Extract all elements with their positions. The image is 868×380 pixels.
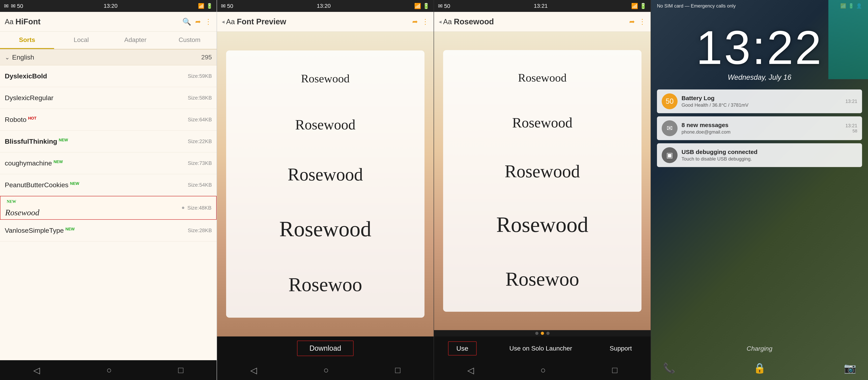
font-size: Size:22KB [188, 138, 212, 144]
phone-icon-lock[interactable]: 📞 [663, 362, 675, 374]
notif-right-messages: 13:21 58 [845, 123, 857, 134]
preview-area-2: Rosewood Rosewood Rosewood Rosewood Rose… [217, 32, 434, 337]
preview-text-1: Rosewood [301, 72, 349, 85]
notif-sub-messages: phone.doe@gmail.com [682, 129, 841, 135]
support-button[interactable]: Support [605, 342, 637, 355]
status-time-1: 13:20 [104, 3, 118, 9]
preview-text-4: Rosewood [279, 216, 371, 242]
mail-icon-notif: ✉ [666, 124, 673, 132]
back-icon-2[interactable]: ◁ [250, 365, 257, 375]
notif-title-usb: USB debugging connected [682, 149, 857, 156]
panel-lockscreen: No SIM card — Emergency calls only 📶 🔋 👤… [651, 0, 868, 380]
home-icon-3[interactable]: ○ [540, 365, 546, 375]
panel-rosewood: ✉ 50 13:21 📶 🔋 ◂ Aa Rosewood ➦ ⋮ Rosewoo… [434, 0, 651, 380]
preview-text-3-3: Rosewood [505, 161, 580, 182]
back-chevron-icon-3[interactable]: ◂ [439, 19, 441, 25]
share-icon-2[interactable]: ➦ [412, 18, 418, 26]
font-item-peanutbuttercookies[interactable]: PeanutButterCookiesNEW Size:54KB [0, 174, 217, 196]
notif-sub-usb: Touch to disable USB debugging. [682, 156, 857, 162]
status-right-3: 📶 🔋 [631, 3, 647, 9]
tab-local[interactable]: Local [54, 32, 108, 49]
notif-icon-messages: ✉ [662, 120, 678, 136]
status-time-2: 13:20 [317, 3, 331, 9]
font-size: Size:28KB [188, 228, 212, 234]
notif-sub-battery: Good Health / 36.8°C / 3781mV [682, 102, 841, 108]
notif-content-messages: 8 new messages phone.doe@gmail.com [682, 122, 841, 135]
dot-0 [535, 332, 538, 335]
tab-adapter[interactable]: Adapter [108, 32, 162, 49]
font-item-blissfulthinking[interactable]: BlissfulThinkingNEW Size:22KB [0, 131, 217, 152]
tab-custom[interactable]: Custom [162, 32, 217, 49]
status-right-1: 📶 🔋 [198, 3, 213, 9]
font-name-rosewood: NEW Rosewood [5, 198, 182, 217]
preview-text-3-1: Rosewood [518, 71, 566, 85]
tab-bar-1: Sorts Local Adapter Custom [0, 32, 217, 49]
bottom-bar-3: Use Use on Solo Launcher Support [434, 337, 651, 360]
search-icon[interactable]: 🔍 [182, 18, 191, 26]
preview-card-3: Rosewood Rosewood Rosewood Rosewood Rose… [443, 50, 641, 312]
preview-text-5: Rosewoo [288, 273, 362, 297]
app-bar-1: Aa HiFont 🔍 ➦ ⋮ [0, 12, 217, 32]
status-right-2: 📶 🔋 [414, 3, 430, 9]
font-item-roboto[interactable]: RobotoHOT Size:64KB [0, 109, 217, 131]
preview-text-2: Rosewood [295, 116, 355, 133]
font-list: DyslexicBold Size:59KB DyslexicRegular S… [0, 65, 217, 360]
download-button[interactable]: Download [297, 341, 353, 356]
notif-usb[interactable]: ▣ USB debugging connected Touch to disab… [657, 143, 862, 167]
status-number-1: ✉ 50 [11, 3, 23, 9]
charging-text: Charging [651, 343, 868, 356]
font-item-vanlosesimpletype[interactable]: VanloseSimpleTypeNEW Size:28KB [0, 220, 217, 241]
app-title-2: Font Preview [237, 17, 412, 26]
dots-indicator [434, 330, 651, 337]
tab-sorts[interactable]: Sorts [0, 32, 54, 49]
panel-hifont: ✉ ✉ 50 13:20 📶 🔋 Aa HiFont 🔍 ➦ ⋮ Sorts L… [0, 0, 217, 380]
nav-bar-3: ◁ ○ □ [434, 360, 651, 380]
lock-icon[interactable]: 🔒 [753, 362, 766, 374]
preview-area-3: Rosewood Rosewood Rosewood Rosewood Rose… [434, 32, 651, 330]
teal-accent [828, 0, 868, 79]
app-bar-3: ◂ Aa Rosewood ➦ ⋮ [434, 12, 651, 32]
recents-icon[interactable]: □ [178, 365, 184, 375]
share-icon-3[interactable]: ➦ [629, 18, 635, 26]
font-size: Size:58KB [188, 95, 212, 101]
wifi-icon: 📶 [198, 3, 204, 9]
recents-icon-2[interactable]: □ [395, 365, 401, 375]
camera-icon-lock[interactable]: 📷 [844, 362, 856, 374]
share-icon[interactable]: ➦ [195, 18, 201, 26]
more-icon-2[interactable]: ⋮ [422, 18, 429, 26]
recents-icon-3[interactable]: □ [612, 365, 618, 375]
preview-card-2: Rosewood Rosewood Rosewood Rosewood Rose… [226, 50, 424, 318]
font-item-coughymachine[interactable]: coughymachineNEW Size:73KB [0, 152, 217, 174]
font-name: DyslexicBold [5, 72, 188, 80]
use-solo-button[interactable]: Use on Solo Launcher [504, 342, 577, 355]
font-item-dyslexicbold[interactable]: DyslexicBold Size:59KB [0, 65, 217, 87]
app-title-1: HiFont [16, 17, 182, 26]
font-name: PeanutButterCookiesNEW [5, 181, 188, 189]
back-chevron-icon[interactable]: ◂ [222, 19, 224, 25]
nav-bar-2: ◁ ○ □ [217, 360, 434, 380]
notif-battery[interactable]: 50 Battery Log Good Health / 36.8°C / 37… [657, 90, 862, 113]
lock-status-text: No SIM card — Emergency calls only [657, 3, 736, 9]
notif-num-messages: 58 [845, 129, 857, 134]
notif-content-battery: Battery Log Good Health / 36.8°C / 3781m… [682, 95, 841, 108]
bottom-bar-2: Download [217, 337, 434, 360]
chevron-icon: ⌄ [5, 54, 10, 61]
back-icon-3[interactable]: ◁ [467, 365, 474, 375]
font-item-rosewood[interactable]: NEW Rosewood Size:48KB [0, 196, 217, 220]
home-icon[interactable]: ○ [106, 365, 112, 375]
section-header-english[interactable]: ⌄ English 295 [0, 49, 217, 65]
section-count-english: 295 [202, 54, 212, 61]
app-logo-2: Aa [226, 18, 235, 26]
notif-messages[interactable]: ✉ 8 new messages phone.doe@gmail.com 13:… [657, 116, 862, 140]
home-icon-2[interactable]: ○ [323, 365, 329, 375]
back-icon[interactable]: ◁ [33, 365, 40, 375]
preview-text-3: Rosewood [288, 164, 363, 185]
more-icon[interactable]: ⋮ [205, 18, 212, 26]
badge-hot: HOT [28, 116, 36, 120]
font-item-dyslexicregular[interactable]: DyslexicRegular Size:58KB [0, 87, 217, 109]
font-name: RobotoHOT [5, 116, 188, 124]
use-button[interactable]: Use [448, 341, 476, 355]
notification-area: 50 Battery Log Good Health / 36.8°C / 37… [651, 85, 868, 343]
more-icon-3[interactable]: ⋮ [639, 18, 646, 26]
badge-new-rosewood: NEW [7, 199, 16, 204]
